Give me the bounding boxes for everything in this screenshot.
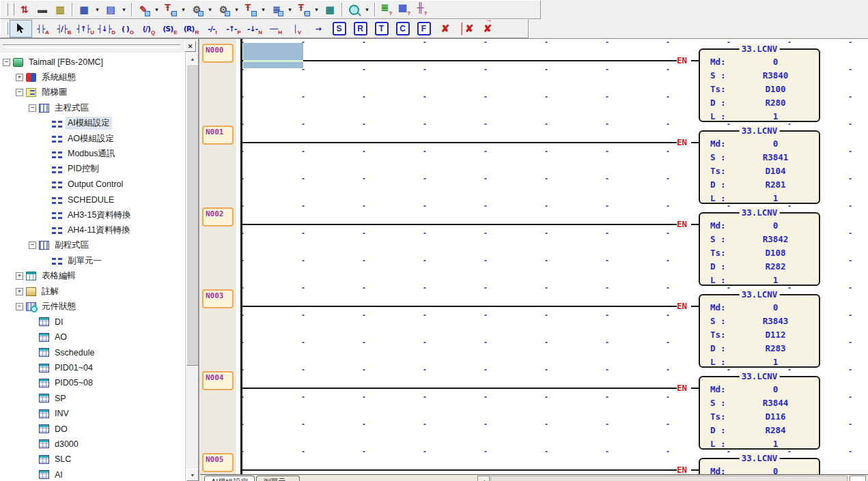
io-status-button[interactable]: ⇅ — [16, 1, 33, 18]
network-label[interactable]: N004 — [202, 371, 234, 390]
collapse-icon[interactable]: − — [16, 89, 23, 96]
data-list-dropdown[interactable]: ▾ — [285, 1, 294, 18]
monitor-a-button[interactable]: ŦA — [241, 1, 259, 18]
toolbar-grip[interactable] — [5, 3, 8, 16]
function-block[interactable]: 33.LCNVMd:0S :R3841Ts:D104D :R281L :1 — [699, 130, 820, 204]
link-arrow-button[interactable]: → — [307, 20, 328, 37]
tree-item-d3000[interactable]: d3000 — [0, 437, 186, 452]
tree-item-pid01-04[interactable]: PID01~04 — [0, 360, 186, 375]
tree-item-ai[interactable]: AI — [0, 467, 186, 481]
delete-button[interactable]: ✘ — [434, 20, 456, 37]
func-t-button[interactable]: T — [371, 20, 392, 37]
expand-icon[interactable]: + — [16, 288, 23, 295]
tab-inactive[interactable]: 副單元一 — [256, 476, 300, 481]
network-label[interactable]: N001 — [202, 126, 234, 145]
machine-monitor-2-button[interactable]: ⚙ — [214, 1, 232, 18]
tree-item-ao[interactable]: AO — [0, 330, 186, 345]
tree-item-ah4-11-[interactable]: AH4-11資料轉換 — [0, 222, 186, 237]
collapse-icon[interactable]: − — [16, 303, 23, 310]
vline-button[interactable]: │V — [286, 20, 307, 37]
coil-reset-button[interactable]: (R)R — [180, 20, 201, 37]
function-block[interactable]: 33.LCNVMd:0S :R3844Ts:D116D :R284L :1 — [699, 376, 820, 450]
tree-item--[interactable]: −元件狀態 — [0, 299, 186, 314]
status-query-button[interactable]: ≣? — [378, 1, 395, 18]
monitor-a-dropdown[interactable]: ▾ — [259, 1, 268, 18]
machine-monitor-dropdown[interactable]: ▾ — [206, 1, 214, 18]
delete-col-button[interactable]: │✘ — [456, 20, 477, 37]
tree-item-taimall-fbs-20mc-[interactable]: −Taimall [FBs-20MC] — [0, 55, 186, 70]
tree-item-di[interactable]: DI — [0, 315, 186, 330]
network-grid-dropdown[interactable]: ▾ — [120, 1, 128, 18]
edit-element-button[interactable]: ✎ — [135, 1, 152, 18]
pulse-falling-button[interactable]: -↓-N — [244, 20, 265, 37]
edit-cursor[interactable] — [243, 43, 303, 68]
table-calc-button[interactable]: ▦ — [321, 1, 339, 18]
tree-item-schedule[interactable]: SCHEDULE — [0, 192, 186, 207]
tab-scroll-left-icon[interactable]: ◄ — [477, 476, 490, 481]
collapse-icon[interactable]: − — [29, 104, 36, 112]
contact-falling-button[interactable]: ┤↓├D — [96, 20, 117, 37]
contact-no-button[interactable]: ┤├A — [32, 20, 53, 37]
network-label[interactable]: N003 — [202, 289, 234, 308]
panel-drag-handle[interactable] — [3, 44, 180, 48]
machine-monitor-button[interactable]: ⚙ — [188, 1, 206, 18]
function-block[interactable]: 33.LCNVMd:0S :R3842Ts:D108D :R282L :1 — [699, 212, 820, 286]
tree-item-slc[interactable]: SLC — [0, 452, 186, 467]
function-block[interactable]: 33.LCNVMd:0S :R3843Ts:D112D :R283L :1 — [699, 294, 820, 368]
tree-item-ai-[interactable]: AI模組設定 — [0, 116, 186, 131]
horizontal-scrollbar[interactable] — [490, 476, 848, 481]
toolbar-grip[interactable] — [5, 23, 8, 35]
func-r-button[interactable]: R — [350, 20, 371, 37]
expand-icon[interactable]: + — [16, 74, 23, 81]
close-panel-button[interactable]: ✕ — [184, 41, 196, 52]
monitor-m2-button[interactable]: ŦM — [294, 1, 312, 18]
tree-item-modbus-[interactable]: Modbus通訊 — [0, 146, 186, 161]
network-label[interactable]: N000 — [202, 44, 234, 63]
toolbar-grip[interactable] — [11, 3, 14, 16]
tree-item--[interactable]: −主程式區 — [0, 100, 186, 115]
ic-chip-button[interactable]: ▬ — [33, 1, 51, 18]
ladder-diagram-button[interactable]: ▦ — [75, 1, 93, 18]
tree-item--[interactable]: +系統組態 — [0, 70, 186, 85]
tree-scrollbar[interactable]: ▲ ▼ — [185, 53, 198, 481]
function-block[interactable]: 33.LCNVMd:0 — [699, 458, 820, 475]
monitor-m-button[interactable]: Ŧm — [161, 1, 179, 18]
ladder-diagram-dropdown[interactable]: ▾ — [93, 1, 102, 18]
tree-item--[interactable]: 副單元一 — [0, 253, 186, 268]
tree-item-sschedule[interactable]: Sschedule — [0, 345, 186, 360]
func-f-button[interactable]: F — [413, 20, 434, 37]
tree-item-pid05-08[interactable]: PID05~08 — [0, 375, 186, 390]
scroll-up-icon[interactable]: ▲ — [186, 53, 199, 65]
tree-item--[interactable]: +表格編輯 — [0, 268, 186, 283]
tree-item-inv[interactable]: INV — [0, 406, 186, 421]
tree-item--[interactable]: −副程式區 — [0, 238, 186, 253]
coil-not-button[interactable]: (/)Q — [138, 20, 159, 37]
data-list-button[interactable]: ≣ — [268, 1, 285, 18]
expand-icon[interactable]: + — [16, 272, 23, 280]
function-block[interactable]: 33.LCNVMd:0S :R3840Ts:D100D :R280L :1 — [699, 48, 820, 122]
contact-query-button[interactable]: ╫? — [413, 1, 431, 18]
select-pointer-button[interactable] — [10, 20, 32, 38]
tree-item-ao-[interactable]: AO模組設定 — [0, 131, 186, 146]
network-label[interactable]: N005 — [202, 453, 234, 472]
network-grid-button[interactable]: ▤ — [102, 1, 120, 18]
hline-button[interactable]: ──H — [265, 20, 286, 37]
tree-item-do[interactable]: DO — [0, 421, 186, 436]
register-table-button[interactable]: ▥ — [51, 1, 69, 18]
ladder-query-button[interactable]: ▦? — [395, 1, 413, 18]
ladder-canvas[interactable]: EN33.LCNVMd:0S :R3840Ts:D100D :R280L :1E… — [236, 39, 868, 475]
coil-out-button[interactable]: ( )O — [117, 20, 138, 37]
scroll-down-icon[interactable]: ▼ — [186, 469, 199, 481]
edit-element-dropdown[interactable]: ▾ — [152, 1, 161, 18]
tree-item-ah3-15-[interactable]: AH3-15資料轉換 — [0, 207, 186, 222]
func-s-button[interactable]: S — [328, 20, 350, 37]
tree-item-pid-[interactable]: PID控制 — [0, 162, 186, 177]
delete-row-button[interactable]: ✘→ — [477, 20, 498, 37]
tree-item--[interactable]: −階梯圖 — [0, 85, 186, 100]
machine-monitor-2-dropdown[interactable]: ▾ — [232, 1, 241, 18]
coil-set-button[interactable]: (S)E — [159, 20, 180, 37]
tree-item-output-control[interactable]: Output Control — [0, 177, 186, 192]
monitor-m2-dropdown[interactable]: ▾ — [312, 1, 321, 18]
zoom-button[interactable] — [345, 1, 363, 18]
collapse-icon[interactable]: − — [29, 242, 36, 249]
